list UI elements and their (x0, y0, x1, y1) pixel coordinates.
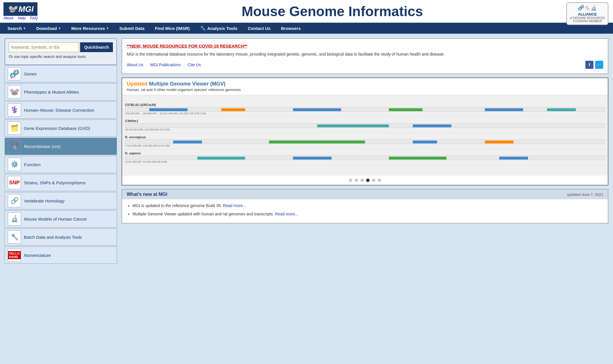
alliance-icons: 🧬🐁🔬 (578, 5, 597, 11)
gene-block (317, 124, 389, 127)
site-title: Mouse Genome Informatics (43, 3, 610, 19)
topic-disease[interactable]: ⚕️ Human–Mouse: Disease Connection (5, 101, 117, 119)
mgv-subtitle: Human, rat and 4 other model organism sp… (127, 88, 603, 92)
mgv-viewer: Updated Multiple Genome Viewer (MGV) Hum… (122, 77, 608, 185)
twitter-icon[interactable]: 🐦 (595, 61, 603, 69)
genome-track-c57 (125, 107, 605, 112)
nav-search-label: Search (7, 26, 22, 31)
gene-block (293, 108, 341, 111)
genome-label-human: H. sapiens (125, 151, 605, 155)
topic-nomenclature[interactable]: HELLONAME Nomenclature (5, 247, 117, 264)
nav-submit-data[interactable]: Submit Data (114, 23, 150, 34)
gene-block (413, 141, 437, 143)
nav-search[interactable]: Search ▼ (2, 23, 31, 34)
genes-label: Genes (24, 71, 37, 76)
gxd-icon: 🗂️ (8, 122, 21, 135)
topic-gxd[interactable]: 🗂️ Gene Expression Database (GXD) (5, 120, 117, 137)
whats-new-header: What's new at MGI updated June 7, 2021 (122, 189, 608, 199)
gene-block (221, 108, 245, 111)
alliance-logo: 🧬🐁🔬 ALLIANCE of GENOME RESOURCES FOUNDIN… (566, 2, 608, 25)
coord-c3h: 19:102,813,308..102,836,953 (23.6 kb) (125, 128, 605, 131)
whats-new-text-2: Multiple Genome Viewer updated with huma… (133, 212, 274, 216)
mgv-dot-6[interactable] (378, 179, 381, 182)
coord-human: 12:52,440,367..52,499,338 (58.9 kb) (125, 160, 605, 163)
whats-new-link-2[interactable]: Read more... (275, 212, 298, 216)
mgv-dot-4[interactable] (366, 179, 370, 182)
nav-find-mice[interactable]: Find Mice (IMSR) (150, 23, 195, 34)
mgv-dots (122, 176, 608, 185)
logo-area: 🐭 MGI About Help FAQ (3, 2, 38, 20)
search-label: Or use topic specific search and analysi… (9, 54, 113, 59)
covid-link[interactable]: **NEW: MOUSE RESOURCES FOR COVID-19 RESE… (127, 43, 603, 48)
nav-search-arrow: ▼ (23, 27, 26, 30)
batch-label: Batch Data and Analysis Tools (24, 235, 82, 240)
whats-new-text-1: MGI is updated to the reference genome B… (133, 203, 222, 208)
nomenclature-icon: HELLONAME (8, 249, 21, 262)
topic-strains[interactable]: SNP Strains, SNPs & Polymorphisms (5, 174, 117, 191)
topic-cancer[interactable]: 🔬 Mouse Models of Human Cancer (5, 210, 117, 227)
phenotypes-label: Phenotypes & Mutant Alleles (24, 90, 79, 94)
publications-link[interactable]: MGI Publications (150, 62, 181, 67)
alliance-founding: FOUNDING MEMBER (573, 20, 602, 23)
topic-homology[interactable]: 🔗 Vertebrate Homology (5, 192, 117, 209)
main-content: QuickSearch Or use topic specific search… (0, 34, 613, 269)
social-icons: f 🐦 (585, 61, 603, 69)
nav-contact[interactable]: Contact Us (243, 23, 276, 34)
mouse-icon: 🐭 (7, 4, 17, 14)
about-link[interactable]: About (3, 16, 13, 20)
mgv-dot-2[interactable] (355, 179, 358, 182)
nav-browsers-label: Browsers (281, 26, 300, 31)
nav-more-arrow: ▼ (106, 27, 109, 30)
wrench-icon: 🔧 (200, 26, 206, 31)
page-header: 🐭 MGI About Help FAQ Mouse Genome Inform… (0, 0, 613, 23)
sidebar: QuickSearch Or use topic specific search… (5, 38, 117, 265)
about-us-link[interactable]: About Us (127, 62, 143, 67)
faq-link[interactable]: FAQ (30, 16, 38, 20)
help-link[interactable]: Help (18, 16, 26, 20)
nav-analysis[interactable]: 🔧 Analysis Tools (195, 23, 243, 34)
mgv-header: Updated Multiple Genome Viewer (MGV) Hum… (122, 78, 608, 95)
quicksearch-button[interactable]: QuickSearch (80, 42, 113, 52)
cite-us-link[interactable]: Cite Us (188, 62, 201, 67)
search-input[interactable] (9, 42, 79, 52)
gene-block (389, 108, 422, 111)
mgi-logo[interactable]: 🐭 MGI (3, 2, 37, 16)
gene-block (485, 108, 523, 111)
gene-block (149, 108, 188, 111)
nav-submit-label: Submit Data (119, 26, 145, 31)
mgv-dot-3[interactable] (360, 179, 364, 182)
genome-label-c57: C57BL/6J (GRCm39) (125, 103, 605, 107)
coord-c57: 100,200,000 100,800,000 19:101,326,064..… (125, 112, 605, 115)
function-icon: ⚙️ (8, 158, 21, 171)
nav-download[interactable]: Download ▼ (31, 23, 66, 34)
topic-batch[interactable]: 🔧 Batch Data and Analysis Tools (5, 228, 117, 246)
topic-recombinase[interactable]: ✂️ Recombinase (cre) (5, 138, 117, 155)
mgv-image: C57BL/6J (GRCm39) 100,200,000 100,800,00… (122, 95, 608, 176)
nav-more-resources[interactable]: More Resources ▼ (66, 23, 114, 34)
nav-browsers[interactable]: Browsers (276, 23, 306, 34)
nomenclature-label: Nomenclature (24, 253, 51, 258)
whats-new-link-1[interactable]: Read more... (223, 203, 246, 208)
alliance-sub: of GENOME RESOURCES (570, 16, 605, 20)
facebook-icon[interactable]: f (585, 61, 593, 69)
coord-rat: 7:143,208,000..143,384,000 (176.0 kb) (125, 144, 605, 147)
mgv-dot-1[interactable] (349, 179, 352, 182)
covid-description: MGI is the international database resour… (127, 51, 603, 57)
nav-download-label: Download (36, 26, 57, 31)
topic-function[interactable]: ⚙️ Function (5, 156, 117, 173)
gene-block (389, 157, 446, 160)
disease-icon: ⚕️ (8, 103, 21, 117)
genome-row-c57: C57BL/6J (GRCm39) 100,200,000 100,800,00… (125, 103, 605, 117)
search-box: QuickSearch Or use topic specific search… (5, 38, 117, 65)
header-links: About Help FAQ (3, 16, 38, 20)
topic-phenotypes[interactable]: 🐭 Phenotypes & Mutant Alleles (5, 83, 117, 101)
nav-analysis-label: Analysis Tools (207, 26, 238, 31)
whats-new-date: updated June 7, 2021 (567, 192, 603, 197)
strains-label: Strains, SNPs & Polymorphisms (24, 180, 86, 185)
mgv-dot-5[interactable] (372, 179, 375, 182)
batch-icon: 🔧 (8, 230, 21, 244)
cancer-icon: 🔬 (8, 212, 21, 225)
topic-genes[interactable]: 🧬 Genes (5, 65, 117, 82)
navbar: Search ▼ Download ▼ More Resources ▼ Sub… (0, 23, 613, 34)
whats-new-title: What's new at MGI (127, 192, 167, 197)
